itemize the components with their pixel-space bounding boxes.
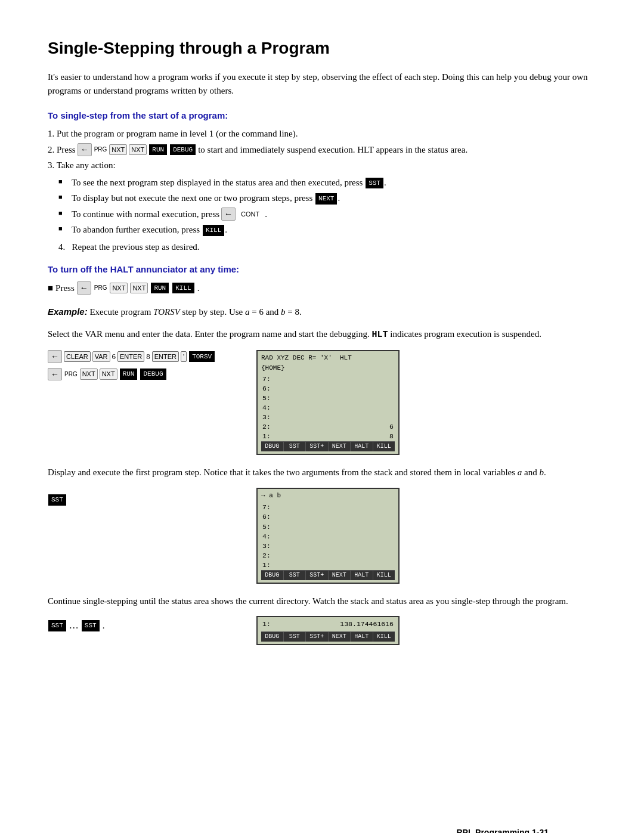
menu3-halt: HALT [351,632,373,642]
screen1-menu: DBUG SST SST+ NEXT HALT KILL [261,441,395,451]
run-seq2: RUN [120,368,138,380]
stack-row-2: 2:6 [261,422,395,432]
menu3-sst+: SST+ [306,632,329,642]
nxt-key-halt1: NXT [110,283,128,294]
stack-row-1: 1:8 [261,432,395,441]
menu1-sst: SST [284,442,306,451]
var-b-para: b [540,467,544,477]
clear-key: CLEAR [64,351,91,363]
press-text-halt: Press [55,281,75,295]
stack-row-5: 5: [261,394,395,403]
sst-label2: SST [48,494,66,506]
s3-val1: 138.174461616 [340,620,394,629]
stack-row-6: 6: [261,384,395,394]
ellipsis-text: … [69,618,79,633]
key-sequence-col1: ← CLEAR VAR 6 ENTER 8 ENTER ' TORSV ← PR… [48,350,239,384]
menu2-dbug: DBUG [261,571,284,580]
example-text1: Execute program [89,307,153,317]
menu1-sst+: SST+ [306,442,329,451]
enter-key1: ENTER [117,351,144,363]
s2-row-6: 6: [261,512,395,522]
step4-num: 4. Repeat the previous step as desired. [58,242,200,252]
prg-label-halt: PRG [94,283,107,292]
menu1-halt: HALT [351,442,373,451]
s2-row-3: 3: [261,541,395,551]
steps-block: 1. Put the program or program name in le… [48,127,596,253]
s2-row-2: 2: [261,551,395,561]
footer-text: RPL Programming 1-31 [456,828,549,833]
hlt-text: HLT [371,330,388,340]
intro-paragraph: It's easier to understand how a program … [48,70,596,98]
var-key: VAR [92,351,110,363]
s3-level1: 1: [262,620,271,629]
next-label1: NEXT [315,193,337,205]
bullet1: To see the next program step displayed i… [58,176,596,190]
sst-desc-para: Display and execute the first program st… [48,466,596,479]
bullet-list: To see the next program step displayed i… [58,176,596,237]
stack-val-6: 6 [389,422,394,432]
bullet4: To abandon further execution, press KILL… [58,223,596,237]
menu3-kill: KILL [373,632,395,642]
sst-left-col: SST [48,488,239,506]
enter-key2: ENTER [152,351,179,363]
stack-val-8: 8 [389,432,394,441]
sst-ellipsis-line: SST … SST . [48,618,239,633]
quote-key: ' [181,351,187,363]
eq1: = 6 and [252,307,281,317]
example-text2: step by step. Use [182,307,245,317]
seq-line1: ← CLEAR VAR 6 ENTER 8 ENTER ' TORSV [48,350,239,363]
var-a-para: a [518,467,522,477]
debug-seq2: DEBUG [140,368,166,380]
period-after-sst: . [103,619,105,633]
screen2-status-text: → a b [261,491,281,500]
run-label-halt: RUN [151,283,169,294]
menu3-next: NEXT [329,632,351,642]
s2-row-7: 7: [261,503,395,512]
menu3-dbug: DBUG [261,632,284,642]
example-block: Example: Execute program TORSV step by s… [48,305,596,319]
screen1-status: RAD XYZ DEC R= 'X' HLT [261,354,395,363]
lcd-screen1: RAD XYZ DEC R= 'X' HLT {HOME} 7: 6: 5: 4… [256,350,400,455]
kill-label1: KILL [203,225,224,236]
num8: 8 [146,351,150,363]
screen2-col: → a b 7: 6: 5: 4: 3: 2: 1: DBUG SST SST+… [256,488,596,584]
continue-para: Continue single-stepping until the statu… [48,594,596,608]
sst-label3a: SST [48,620,66,631]
eq2: = 8. [287,307,301,317]
s2-row-1: 1: [261,561,395,570]
screen2-stack: 7: 6: 5: 4: 3: 2: 1: [261,503,395,570]
step1-text: Put the program or program name in level… [57,129,298,138]
bullet3-text: To continue with normal execution, press [72,208,219,221]
arrow-seq2: ← [48,368,62,381]
menu1-dbug: DBUG [261,442,284,451]
stack-row-7: 7: [261,374,395,384]
screen1-status-text: RAD XYZ DEC R= 'X' HLT [261,354,352,363]
menu1-next: NEXT [329,442,351,451]
menu3-sst: SST [284,632,306,642]
section1-heading: To single-step from the start of a progr… [48,109,596,123]
second-example-cols: SST → a b 7: 6: 5: 4: 3: 2: 1: DBUG [48,488,596,584]
screen1-dir: {HOME} [261,364,395,373]
step2-suffix: to start and immediately suspend executi… [198,143,467,157]
menu2-kill: KILL [373,571,395,580]
sst-dots-col: SST … SST . [48,616,239,633]
section2-heading: To turn off the HALT annunciator at any … [48,263,596,277]
bullet-halt: ■ [48,281,53,295]
bullet3-period: . [265,208,267,221]
sst-key-line: SST [48,493,239,506]
s2-row-5: 5: [261,522,395,532]
prg-label-seq2: PRG [64,370,78,379]
s2-row-4: 4: [261,532,395,541]
step1-num: 1. [48,129,54,138]
sst-label1: SST [366,178,383,189]
example-label: Example: [48,306,88,317]
stack-row-3: 3: [261,413,395,422]
screen3-menu: DBUG SST SST+ NEXT HALT KILL [261,631,395,642]
left-arrow-key: ← [78,143,92,156]
third-example-cols: SST … SST . 1: 138.174461616 DBUG SST SS… [48,616,596,645]
nxt-key1: NXT [109,144,127,156]
arrow-key-cont: ← [221,208,236,221]
nxt-seq2-1: NXT [80,368,98,380]
kill-label-halt: KILL [172,283,194,294]
num6: 6 [112,351,116,363]
